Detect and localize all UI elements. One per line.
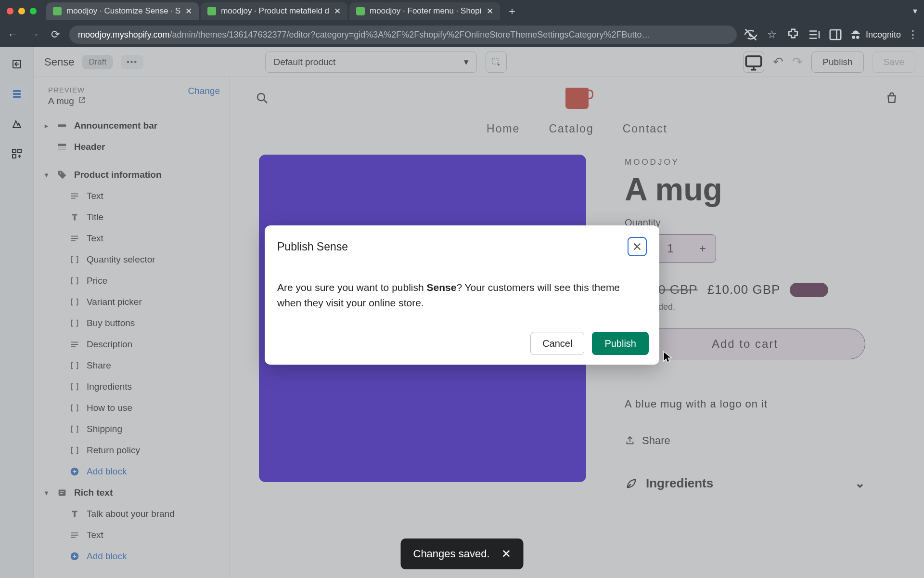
eye-off-icon[interactable] xyxy=(744,27,758,42)
tab-title: moodjoy · Product metafield d xyxy=(221,6,329,16)
tab-close-icon[interactable]: ✕ xyxy=(487,6,493,16)
modal-body: Are you sure you want to publish Sense? … xyxy=(265,268,659,322)
shopify-favicon-icon xyxy=(207,7,216,15)
incognito-indicator[interactable]: Incognito xyxy=(849,28,901,41)
tab-title: moodjoy · Customize Sense · S xyxy=(66,6,180,16)
window-controls[interactable] xyxy=(7,8,37,14)
tab-close-icon[interactable]: ✕ xyxy=(185,6,192,16)
svg-rect-0 xyxy=(830,30,841,39)
toast-dismiss-button[interactable]: ✕ xyxy=(501,547,511,561)
reading-list-icon[interactable] xyxy=(807,27,821,42)
extensions-icon[interactable] xyxy=(786,27,800,42)
toast-message: Changes saved. xyxy=(413,548,490,560)
close-icon xyxy=(632,241,642,252)
new-tab-button[interactable]: ＋ xyxy=(502,2,522,20)
minimize-window-icon[interactable] xyxy=(18,8,25,14)
modal-overlay: Publish Sense Are you sure you want to p… xyxy=(0,47,924,578)
browser-tabs: moodjoy · Customize Sense · S ✕ moodjoy … xyxy=(46,2,913,20)
tabs-chevron-icon[interactable]: ▾ xyxy=(913,6,917,16)
modal-close-button[interactable] xyxy=(628,237,647,256)
modal-text: Are you sure you want to publish xyxy=(277,282,427,293)
modal-theme-name: Sense xyxy=(427,282,457,293)
url-host: moodjoy.myshopify.com xyxy=(78,30,169,40)
cancel-button[interactable]: Cancel xyxy=(530,332,584,355)
shopify-favicon-icon xyxy=(53,7,62,15)
cancel-label: Cancel xyxy=(542,338,572,349)
browser-tab-3[interactable]: moodjoy · Footer menu · Shopi ✕ xyxy=(349,2,500,20)
modal-title: Publish Sense xyxy=(277,240,348,253)
back-button[interactable]: ← xyxy=(6,27,20,42)
reload-button[interactable]: ⟳ xyxy=(48,27,63,42)
tab-close-icon[interactable]: ✕ xyxy=(334,6,341,16)
incognito-label: Incognito xyxy=(866,30,901,40)
publish-modal: Publish Sense Are you sure you want to p… xyxy=(265,225,659,365)
forward-button[interactable]: → xyxy=(27,27,41,42)
toast-changes-saved: Changes saved. ✕ xyxy=(401,539,524,569)
url-path: /admin/themes/136147632377/editor?catego… xyxy=(169,30,650,40)
browser-chrome: moodjoy · Customize Sense · S ✕ moodjoy … xyxy=(0,0,924,47)
publish-label: Publish xyxy=(604,338,636,349)
url-bar[interactable]: moodjoy.myshopify.com/admin/themes/13614… xyxy=(69,26,737,44)
confirm-publish-button[interactable]: Publish xyxy=(592,332,649,355)
tab-title: moodjoy · Footer menu · Shopi xyxy=(370,6,481,16)
app-root: Sense Draft ••• Default product ▾ ↶ ↷ Pu… xyxy=(0,47,924,578)
browser-tab-2[interactable]: moodjoy · Product metafield d ✕ xyxy=(201,2,347,20)
close-window-icon[interactable] xyxy=(7,8,13,14)
browser-tab-1[interactable]: moodjoy · Customize Sense · S ✕ xyxy=(46,2,199,20)
shopify-favicon-icon xyxy=(356,7,365,15)
maximize-window-icon[interactable] xyxy=(30,8,37,14)
bookmark-star-icon[interactable]: ☆ xyxy=(765,27,779,42)
side-panel-icon[interactable] xyxy=(828,27,843,42)
incognito-icon xyxy=(849,28,862,41)
browser-menu-icon[interactable]: ⋮ xyxy=(908,28,918,41)
